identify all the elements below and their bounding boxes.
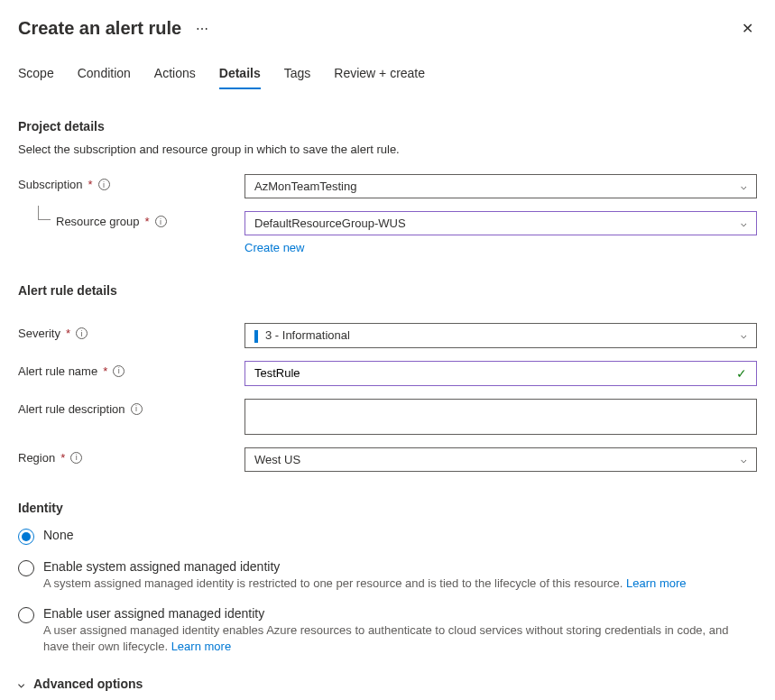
- region-control: West US ⌵: [244, 447, 757, 472]
- description-control: [244, 399, 757, 435]
- severity-chip: [254, 330, 258, 343]
- identity-radio-system[interactable]: Enable system assigned managed identity …: [18, 559, 757, 592]
- project-details-section: Project details Select the subscription …: [18, 119, 757, 254]
- required-asterisk: *: [103, 364, 107, 378]
- chevron-down-icon: ⌵: [741, 180, 747, 192]
- tab-condition[interactable]: Condition: [78, 66, 131, 89]
- identity-none-label: None: [43, 528, 757, 542]
- learn-more-link[interactable]: Learn more: [171, 639, 231, 655]
- region-label: Region: [18, 451, 55, 465]
- info-icon[interactable]: i: [155, 216, 167, 227]
- tree-line: [38, 206, 51, 220]
- identity-user-desc: A user assigned managed identity enables…: [43, 622, 757, 655]
- region-dropdown[interactable]: West US ⌵: [244, 447, 757, 472]
- subscription-label: Subscription: [18, 178, 83, 191]
- identity-radio-none[interactable]: None: [18, 528, 757, 545]
- more-actions-icon[interactable]: ⋯: [192, 18, 212, 40]
- required-asterisk: *: [145, 215, 150, 228]
- resource-group-control: DefaultResourceGroup-WUS ⌵ Create new: [244, 211, 757, 254]
- identity-system-label: Enable system assigned managed identity: [43, 559, 757, 574]
- resource-group-value: DefaultResourceGroup-WUS: [254, 216, 406, 230]
- subscription-label-wrap: Subscription * i: [18, 174, 244, 191]
- header: Create an alert rule ⋯ ✕: [18, 16, 757, 41]
- severity-row: Severity * i 3 - Informational ⌵: [18, 323, 757, 348]
- resource-group-row: Resource group * i DefaultResourceGroup-…: [18, 211, 757, 254]
- info-icon[interactable]: i: [70, 452, 82, 464]
- resource-group-label: Resource group: [56, 215, 140, 228]
- radio-icon[interactable]: [18, 607, 34, 623]
- resource-group-label-wrap: Resource group * i: [18, 211, 244, 228]
- subscription-dropdown[interactable]: AzMonTeamTesting ⌵: [244, 174, 757, 198]
- radio-body: None: [43, 528, 757, 542]
- radio-icon[interactable]: [18, 560, 34, 576]
- chevron-down-icon: ⌵: [741, 217, 747, 229]
- subscription-control: AzMonTeamTesting ⌵: [244, 174, 757, 198]
- alert-rule-name-label-wrap: Alert rule name * i: [18, 361, 244, 378]
- chevron-down-icon: ⌵: [741, 454, 747, 465]
- radio-body: Enable system assigned managed identity …: [43, 559, 757, 592]
- project-details-title: Project details: [18, 119, 757, 134]
- title-wrap: Create an alert rule ⋯: [18, 18, 212, 40]
- identity-title: Identity: [18, 501, 757, 515]
- advanced-options-label: Advanced options: [33, 677, 143, 691]
- alert-rule-details-title: Alert rule details: [18, 283, 757, 298]
- info-icon[interactable]: i: [131, 403, 143, 415]
- tabs: Scope Condition Actions Details Tags Rev…: [18, 66, 757, 90]
- alert-rule-name-control: ✓: [244, 361, 757, 386]
- page-title: Create an alert rule: [18, 18, 181, 39]
- tab-details[interactable]: Details: [219, 66, 261, 89]
- description-row: Alert rule description i: [18, 399, 757, 435]
- severity-value: 3 - Informational: [254, 328, 350, 343]
- tab-review-create[interactable]: Review + create: [334, 66, 425, 89]
- close-icon[interactable]: ✕: [738, 16, 757, 41]
- info-icon[interactable]: i: [113, 365, 125, 377]
- identity-radio-group: None Enable system assigned managed iden…: [18, 528, 757, 656]
- info-icon[interactable]: i: [98, 179, 110, 190]
- radio-icon[interactable]: [18, 529, 34, 545]
- subscription-value: AzMonTeamTesting: [254, 180, 356, 193]
- region-label-wrap: Region * i: [18, 447, 244, 465]
- alert-rule-name-field[interactable]: [254, 366, 736, 380]
- tab-scope[interactable]: Scope: [18, 66, 54, 89]
- severity-dropdown[interactable]: 3 - Informational ⌵: [244, 323, 757, 348]
- severity-label: Severity: [18, 327, 60, 340]
- project-details-desc: Select the subscription and resource gro…: [18, 143, 757, 156]
- region-value: West US: [254, 453, 300, 466]
- description-label: Alert rule description: [18, 402, 125, 416]
- description-input[interactable]: [244, 399, 757, 435]
- chevron-down-icon: ⌵: [741, 329, 747, 341]
- check-icon: ✓: [736, 366, 747, 381]
- resource-group-dropdown[interactable]: DefaultResourceGroup-WUS ⌵: [244, 211, 757, 235]
- radio-body: Enable user assigned managed identity A …: [43, 606, 757, 655]
- severity-control: 3 - Informational ⌵: [244, 323, 757, 348]
- description-label-wrap: Alert rule description i: [18, 399, 244, 416]
- alert-rule-name-row: Alert rule name * i ✓: [18, 361, 757, 386]
- chevron-down-icon: ⌵: [18, 677, 24, 690]
- severity-label-wrap: Severity * i: [18, 323, 244, 340]
- info-icon[interactable]: i: [76, 327, 88, 339]
- alert-rule-name-input[interactable]: ✓: [244, 361, 757, 386]
- alert-rule-details-section: Alert rule details Severity * i 3 - Info…: [18, 283, 757, 472]
- learn-more-link[interactable]: Learn more: [626, 576, 686, 592]
- identity-user-label: Enable user assigned managed identity: [43, 606, 757, 621]
- tab-actions[interactable]: Actions: [154, 66, 196, 89]
- create-new-link[interactable]: Create new: [244, 241, 304, 254]
- required-asterisk: *: [88, 178, 93, 191]
- identity-radio-user[interactable]: Enable user assigned managed identity A …: [18, 606, 757, 655]
- identity-system-desc: A system assigned managed identity is re…: [43, 576, 757, 592]
- required-asterisk: *: [66, 327, 70, 340]
- required-asterisk: *: [60, 451, 65, 465]
- region-row: Region * i West US ⌵: [18, 447, 757, 472]
- subscription-row: Subscription * i AzMonTeamTesting ⌵: [18, 174, 757, 198]
- advanced-options-expander[interactable]: ⌵ Advanced options: [18, 677, 757, 691]
- alert-rule-name-label: Alert rule name: [18, 364, 97, 378]
- identity-section: Identity None Enable system assigned man…: [18, 501, 757, 692]
- tab-tags[interactable]: Tags: [284, 66, 311, 89]
